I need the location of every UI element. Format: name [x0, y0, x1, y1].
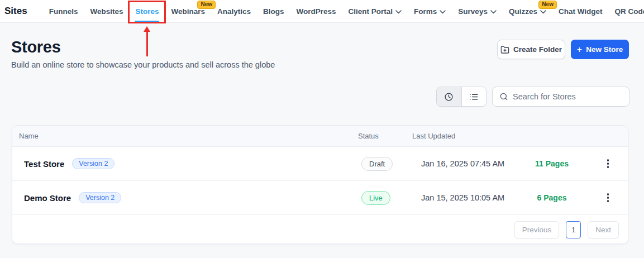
- nav-tab-funnels[interactable]: Funnels: [43, 0, 84, 22]
- pagination-page-1-button[interactable]: 1: [566, 221, 581, 238]
- new-badge: New: [538, 1, 557, 9]
- recent-view-button[interactable]: [437, 87, 461, 106]
- table-row[interactable]: Demo Store Version 2 Live Jan 15, 2025 1…: [12, 181, 628, 215]
- search-icon: [499, 92, 508, 101]
- nav-tab-label: Websites: [90, 7, 123, 16]
- nav-tab-websites[interactable]: Websites: [84, 0, 129, 22]
- nav-tab-label: Funnels: [49, 7, 78, 16]
- page-subtitle: Build an online store to showcase your p…: [11, 60, 275, 69]
- nav-tab-chat-widget[interactable]: Chat Widget: [552, 0, 609, 22]
- active-tab-underline: [135, 21, 159, 22]
- status-badge: Draft: [361, 157, 393, 171]
- store-name[interactable]: Test Store: [24, 159, 64, 169]
- pages-link[interactable]: 11 Pages: [535, 159, 569, 168]
- nav-tab-label: Analytics: [217, 7, 251, 16]
- new-store-label: New Store: [586, 45, 623, 54]
- nav-tab-label: Stores: [135, 7, 159, 16]
- store-name-cell: Test Store Version 2: [12, 158, 358, 169]
- column-header-last-updated: Last Updated: [412, 132, 516, 140]
- chevron-down-icon: [395, 10, 402, 14]
- nav-tab-label: WordPress: [297, 7, 336, 16]
- nav-tab-label: QR Codes: [615, 7, 644, 16]
- column-header-name: Name: [12, 132, 358, 140]
- list-icon: [469, 92, 479, 102]
- store-name-cell: Demo Store Version 2: [12, 192, 358, 203]
- store-status-cell: Draft: [358, 157, 412, 171]
- nav-tab-wordpress[interactable]: WordPress: [290, 0, 342, 22]
- version-badge: Version 2: [79, 192, 121, 203]
- stores-table: Name Status Last Updated Test Store Vers…: [12, 125, 628, 244]
- nav-tab-webinars[interactable]: Webinars New: [165, 0, 211, 22]
- new-badge: New: [197, 1, 216, 9]
- annotation-arrow-stem: [146, 31, 148, 56]
- nav-tab-qr-codes[interactable]: QR Codes: [609, 0, 644, 22]
- last-updated-cell: Jan 16, 2025 07:45 AM: [412, 159, 516, 168]
- pages-link[interactable]: 6 Pages: [537, 193, 567, 202]
- kebab-menu-icon[interactable]: [602, 191, 615, 204]
- nav-tabs: Funnels Websites Stores Webinars New Ana…: [43, 0, 644, 22]
- status-badge: Live: [361, 191, 390, 205]
- chevron-down-icon: [490, 10, 497, 14]
- nav-tab-analytics[interactable]: Analytics: [211, 0, 257, 22]
- nav-tab-label: Client Portal: [349, 7, 393, 16]
- nav-tab-surveys[interactable]: Surveys: [452, 0, 503, 22]
- version-badge: Version 2: [72, 158, 115, 169]
- create-folder-button[interactable]: Create Folder: [497, 40, 565, 59]
- nav-tab-label: Chat Widget: [559, 7, 603, 16]
- app-brand: Sites: [4, 6, 27, 17]
- nav-tab-stores[interactable]: Stores: [129, 0, 165, 22]
- nav-tab-forms[interactable]: Forms: [408, 0, 452, 22]
- chevron-down-icon: [440, 10, 446, 14]
- create-folder-label: Create Folder: [513, 45, 562, 54]
- store-status-cell: Live: [358, 191, 412, 205]
- last-updated-cell: Jan 15, 2025 10:05 AM: [412, 193, 516, 202]
- plus-icon: +: [577, 45, 582, 54]
- folder-plus-icon: [500, 45, 509, 54]
- kebab-menu-icon[interactable]: [602, 157, 615, 170]
- row-actions-cell: [588, 191, 628, 204]
- pagination-previous-button[interactable]: Previous: [514, 221, 560, 238]
- table-footer: Previous 1 Next: [12, 215, 628, 244]
- view-toggle-group: [436, 87, 486, 107]
- page-title: Stores: [11, 38, 60, 56]
- table-header-row: Name Status Last Updated: [12, 126, 628, 147]
- list-view-button[interactable]: [461, 87, 486, 106]
- clock-icon: [444, 92, 454, 102]
- nav-tab-label: Blogs: [263, 7, 284, 16]
- pagination-next-button[interactable]: Next: [588, 221, 619, 238]
- chevron-down-icon: [540, 10, 546, 14]
- pages-cell: 11 Pages: [516, 159, 588, 169]
- new-store-button[interactable]: + New Store: [571, 40, 629, 59]
- nav-tab-label: Quizzes: [509, 7, 537, 16]
- nav-tab-label: Surveys: [458, 7, 488, 16]
- table-row[interactable]: Test Store Version 2 Draft Jan 16, 2025 …: [12, 147, 628, 181]
- annotation-arrow-head: [144, 26, 150, 32]
- nav-tab-label: Forms: [414, 7, 437, 16]
- column-header-status: Status: [358, 132, 412, 140]
- nav-tab-quizzes[interactable]: Quizzes New: [503, 0, 552, 22]
- search-input[interactable]: [513, 92, 622, 101]
- nav-tab-blogs[interactable]: Blogs: [257, 0, 290, 22]
- nav-tab-client-portal[interactable]: Client Portal: [342, 0, 408, 22]
- store-name[interactable]: Demo Store: [24, 193, 71, 203]
- row-actions-cell: [588, 157, 628, 170]
- search-box: [492, 87, 629, 107]
- top-navigation: Sites Funnels Websites Stores Webinars N…: [0, 0, 644, 23]
- pages-cell: 6 Pages: [516, 193, 588, 203]
